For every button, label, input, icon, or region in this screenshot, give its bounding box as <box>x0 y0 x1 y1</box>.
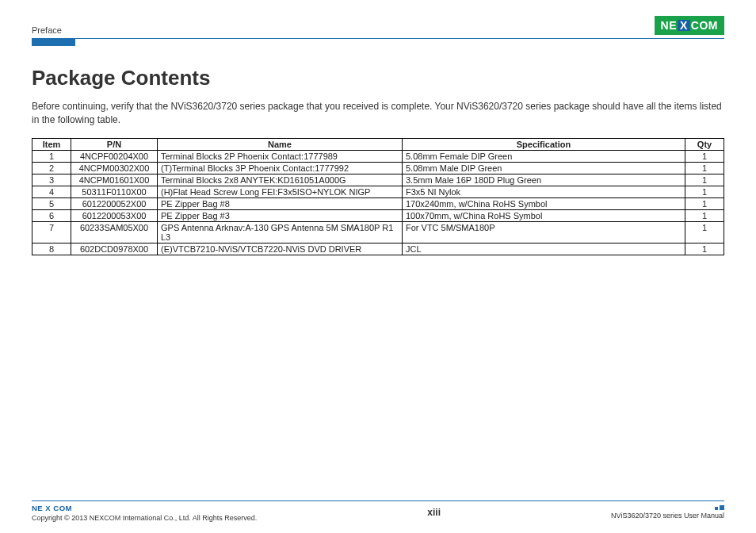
cell-spec: 170x240mm, w/China RoHS Symbol <box>403 197 685 209</box>
cell-qty: 1 <box>685 174 724 186</box>
th-name: Name <box>158 138 403 150</box>
table-row: 760233SAM05X00GPS Antenna Arknav:A-130 G… <box>32 221 724 243</box>
cell-spec: 100x70mm, w/China RoHS Symbol <box>403 209 685 221</box>
cell-item: 7 <box>32 221 71 243</box>
header-section: Preface <box>32 25 62 35</box>
footer-logo: NEXCOM <box>32 504 212 512</box>
footer-ornament <box>611 505 724 510</box>
cell-item: 1 <box>32 150 71 162</box>
table-row: 56012200052X00PE Zipper Bag #8170x240mm,… <box>32 197 724 209</box>
th-pn: P/N <box>71 138 158 150</box>
cell-name: (T)Terminal Blocks 3P Phoenix Contact:17… <box>158 162 403 174</box>
cell-name: Terminal Blocks 2x8 ANYTEK:KD161051A000G <box>158 174 403 186</box>
logo-text-pre: NE <box>661 19 677 32</box>
cell-spec: 5.08mm Female DIP Green <box>403 150 685 162</box>
cell-qty: 1 <box>685 186 724 197</box>
footer-rule <box>32 500 724 501</box>
cell-name: Terminal Blocks 2P Phoenix Contact:17779… <box>158 150 403 162</box>
cell-qty: 1 <box>685 162 724 174</box>
cell-name: GPS Antenna Arknav:A-130 GPS Antenna 5M … <box>158 221 403 243</box>
cell-item: 5 <box>32 197 71 209</box>
cell-spec: 3.5mm Male 16P 180D Plug Green <box>403 174 685 186</box>
table-row: 8602DCD0978X00(E)VTCB7210-NViS/VTCB7220-… <box>32 243 724 255</box>
package-contents-table: Item P/N Name Specification Qty 14NCPF00… <box>32 138 724 255</box>
page-number: xiii <box>427 507 441 518</box>
cell-qty: 1 <box>685 209 724 221</box>
cell-pn: 4NCPM00302X00 <box>71 162 158 174</box>
th-qty: Qty <box>685 138 724 150</box>
header-rule <box>32 38 724 46</box>
header-tab <box>32 38 75 46</box>
cell-name: (H)Flat Head Screw Long FEI:F3x5ISO+NYLO… <box>158 186 403 197</box>
cell-spec: F3x5 NI Nylok <box>403 186 685 197</box>
table-row: 66012200053X00PE Zipper Bag #3100x70mm, … <box>32 209 724 221</box>
cell-item: 2 <box>32 162 71 174</box>
cell-spec: JCL <box>403 243 685 255</box>
cell-pn: 4NCPM01601X00 <box>71 174 158 186</box>
cell-pn: 6012200052X00 <box>71 197 158 209</box>
cell-pn: 602DCD0978X00 <box>71 243 158 255</box>
cell-item: 8 <box>32 243 71 255</box>
cell-spec: 5.08mm Male DIP Green <box>403 162 685 174</box>
cell-name: PE Zipper Bag #3 <box>158 209 403 221</box>
cell-pn: 50311F0110X00 <box>71 186 158 197</box>
cell-item: 4 <box>32 186 71 197</box>
footer-doc-title: NViS3620/3720 series User Manual <box>611 512 724 520</box>
cell-spec: For VTC 5M/SMA180P <box>403 221 685 243</box>
cell-item: 6 <box>32 209 71 221</box>
cell-qty: 1 <box>685 243 724 255</box>
table-row: 34NCPM01601X00Terminal Blocks 2x8 ANYTEK… <box>32 174 724 186</box>
table-row: 14NCPF00204X00Terminal Blocks 2P Phoenix… <box>32 150 724 162</box>
cell-item: 3 <box>32 174 71 186</box>
cell-qty: 1 <box>685 197 724 209</box>
brand-logo: NEXCOM <box>655 16 724 35</box>
logo-text-x: X <box>678 20 690 31</box>
cell-pn: 4NCPF00204X00 <box>71 150 158 162</box>
logo-text-post: COM <box>691 19 718 32</box>
table-header-row: Item P/N Name Specification Qty <box>32 138 724 150</box>
cell-pn: 6012200053X00 <box>71 209 158 221</box>
cell-qty: 1 <box>685 221 724 243</box>
cell-qty: 1 <box>685 150 724 162</box>
cell-name: PE Zipper Bag #8 <box>158 197 403 209</box>
cell-pn: 60233SAM05X00 <box>71 221 158 243</box>
table-row: 450311F0110X00(H)Flat Head Screw Long FE… <box>32 186 724 197</box>
cell-name: (E)VTCB7210-NViS/VTCB7220-NViS DVD DRIVE… <box>158 243 403 255</box>
th-spec: Specification <box>403 138 685 150</box>
intro-paragraph: Before continuing, verify that the NViS3… <box>32 100 724 127</box>
page-title: Package Contents <box>32 66 724 90</box>
footer-copyright: Copyright © 2013 NEXCOM International Co… <box>32 514 257 522</box>
table-row: 24NCPM00302X00(T)Terminal Blocks 3P Phoe… <box>32 162 724 174</box>
th-item: Item <box>32 138 71 150</box>
